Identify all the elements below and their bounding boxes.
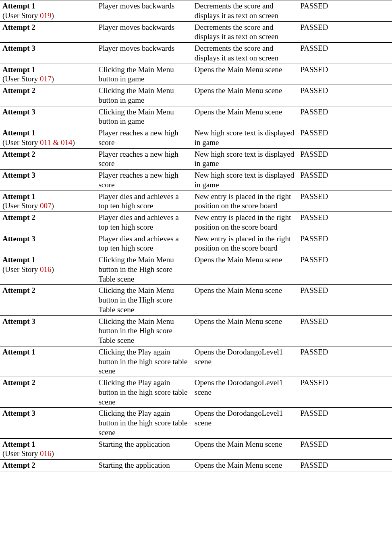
story-suffix: ) <box>51 201 54 210</box>
story-suffix: ) <box>51 265 54 274</box>
story-code: 016 <box>40 265 52 274</box>
attempt-cell: Attempt 1(User Story 016) <box>0 438 96 460</box>
attempt-label: Attempt 1 <box>2 440 35 448</box>
attempt-label: Attempt 3 <box>2 171 35 179</box>
result-cell: PASSED <box>298 233 392 254</box>
attempt-cell: Attempt 3 <box>0 408 96 438</box>
attempt-cell: Attempt 3 <box>0 170 96 191</box>
event-cell: Clicking the Play again button in the hi… <box>96 346 192 377</box>
response-cell: New high score text is displayed in game <box>192 127 298 149</box>
response-cell: Opens the Main Menu scene <box>192 285 298 315</box>
table-row: Attempt 2Clicking the Play again button … <box>0 377 392 408</box>
table-row: Attempt 1(User Story 019)Player moves ba… <box>0 0 392 22</box>
story-suffix: ) <box>51 449 54 458</box>
result-cell: PASSED <box>298 170 392 191</box>
table-row: Attempt 2Player dies and achieves a top … <box>0 212 392 233</box>
attempt-label: Attempt 1 <box>2 348 35 356</box>
result-cell: PASSED <box>298 438 392 460</box>
response-cell: Decrements the score and displays it as … <box>192 43 298 64</box>
attempt-label: Attempt 2 <box>2 213 35 222</box>
attempt-cell: Attempt 1(User Story 017) <box>0 64 96 85</box>
event-cell: Starting the application <box>96 460 192 471</box>
result-cell: PASSED <box>298 43 392 64</box>
table-row: Attempt 3Clicking the Main Menu button i… <box>0 106 392 127</box>
attempt-label: Attempt 3 <box>2 44 35 52</box>
story-prefix: (User Story <box>2 11 40 20</box>
event-cell: Player reaches a new high score <box>96 127 192 149</box>
test-results-table: Attempt 1(User Story 019)Player moves ba… <box>0 0 392 471</box>
result-cell: PASSED <box>298 191 392 212</box>
attempt-cell: Attempt 2 <box>0 148 96 170</box>
event-cell: Clicking the Main Menu button in the Hig… <box>96 315 192 346</box>
response-cell: New entry is placed in the right positio… <box>192 191 298 212</box>
table-row: Attempt 1(User Story 017)Clicking the Ma… <box>0 64 392 85</box>
table-row: Attempt 1(User Story 007)Player dies and… <box>0 191 392 212</box>
response-cell: New high score text is displayed in game <box>192 148 298 170</box>
attempt-cell: Attempt 1 <box>0 346 96 377</box>
table-row: Attempt 2Clicking the Main Menu button i… <box>0 85 392 106</box>
story-suffix: ) <box>51 11 54 20</box>
table-row: Attempt 3Clicking the Play again button … <box>0 408 392 438</box>
result-cell: PASSED <box>298 408 392 438</box>
attempt-label: Attempt 2 <box>2 461 35 469</box>
response-cell: Opens the Main Menu scene <box>192 438 298 460</box>
response-cell: Opens the Main Menu scene <box>192 64 298 85</box>
response-cell: Opens the Main Menu scene <box>192 460 298 471</box>
story-suffix: ) <box>51 75 54 83</box>
attempt-cell: Attempt 3 <box>0 315 96 346</box>
table-row: Attempt 1Clicking the Play again button … <box>0 346 392 377</box>
attempt-cell: Attempt 1(User Story 016) <box>0 254 96 285</box>
attempt-label: Attempt 2 <box>2 86 35 95</box>
event-cell: Clicking the Play again button in the hi… <box>96 377 192 408</box>
event-cell: Player reaches a new high score <box>96 170 192 191</box>
story-prefix: (User Story <box>2 265 40 274</box>
result-cell: PASSED <box>298 254 392 285</box>
event-cell: Player moves backwards <box>96 43 192 64</box>
result-cell: PASSED <box>298 0 392 22</box>
table-row: Attempt 3Player dies and achieves a top … <box>0 233 392 254</box>
result-cell: PASSED <box>298 346 392 377</box>
event-cell: Clicking the Main Menu button in the Hig… <box>96 254 192 285</box>
table-row: Attempt 2Player reaches a new high score… <box>0 148 392 170</box>
response-cell: New high score text is displayed in game <box>192 170 298 191</box>
attempt-label: Attempt 2 <box>2 378 35 387</box>
response-cell: Decrements the score and displays it as … <box>192 0 298 22</box>
attempt-cell: Attempt 3 <box>0 233 96 254</box>
event-cell: Player moves backwards <box>96 21 192 43</box>
attempt-label: Attempt 3 <box>2 409 35 417</box>
result-cell: PASSED <box>298 315 392 346</box>
attempt-cell: Attempt 3 <box>0 43 96 64</box>
table-row: Attempt 3Clicking the Main Menu button i… <box>0 315 392 346</box>
table-row: Attempt 2Player moves backwardsDecrement… <box>0 21 392 43</box>
attempt-label: Attempt 2 <box>2 150 35 158</box>
table-row: Attempt 2Starting the applicationOpens t… <box>0 460 392 471</box>
event-cell: Player dies and achieves a top ten high … <box>96 212 192 233</box>
result-cell: PASSED <box>298 85 392 106</box>
event-cell: Clicking the Play again button in the hi… <box>96 408 192 438</box>
story-code: 019 <box>40 11 52 20</box>
event-cell: Player moves backwards <box>96 0 192 22</box>
result-cell: PASSED <box>298 64 392 85</box>
attempt-label: Attempt 1 <box>2 2 35 10</box>
story-prefix: (User Story <box>2 201 40 210</box>
attempt-cell: Attempt 2 <box>0 460 96 471</box>
event-cell: Clicking the Main Menu button in game <box>96 106 192 127</box>
event-cell: Clicking the Main Menu button in game <box>96 64 192 85</box>
attempt-label: Attempt 3 <box>2 108 35 116</box>
attempt-label: Attempt 1 <box>2 129 35 137</box>
table-row: Attempt 1(User Story 016)Clicking the Ma… <box>0 254 392 285</box>
table-row: Attempt 3Player reaches a new high score… <box>0 170 392 191</box>
story-suffix: ) <box>72 138 75 147</box>
attempt-label: Attempt 2 <box>2 23 35 31</box>
attempt-cell: Attempt 2 <box>0 377 96 408</box>
result-cell: PASSED <box>298 377 392 408</box>
story-code: 017 <box>40 75 52 83</box>
event-cell: Player reaches a new high score <box>96 148 192 170</box>
attempt-cell: Attempt 2 <box>0 212 96 233</box>
response-cell: Opens the Main Menu scene <box>192 315 298 346</box>
response-cell: Opens the DorodangoLevel1 scene <box>192 408 298 438</box>
result-cell: PASSED <box>298 127 392 149</box>
story-prefix: (User Story <box>2 75 40 83</box>
table-row: Attempt 1(User Story 016)Starting the ap… <box>0 438 392 460</box>
attempt-cell: Attempt 1(User Story 011 & 014) <box>0 127 96 149</box>
